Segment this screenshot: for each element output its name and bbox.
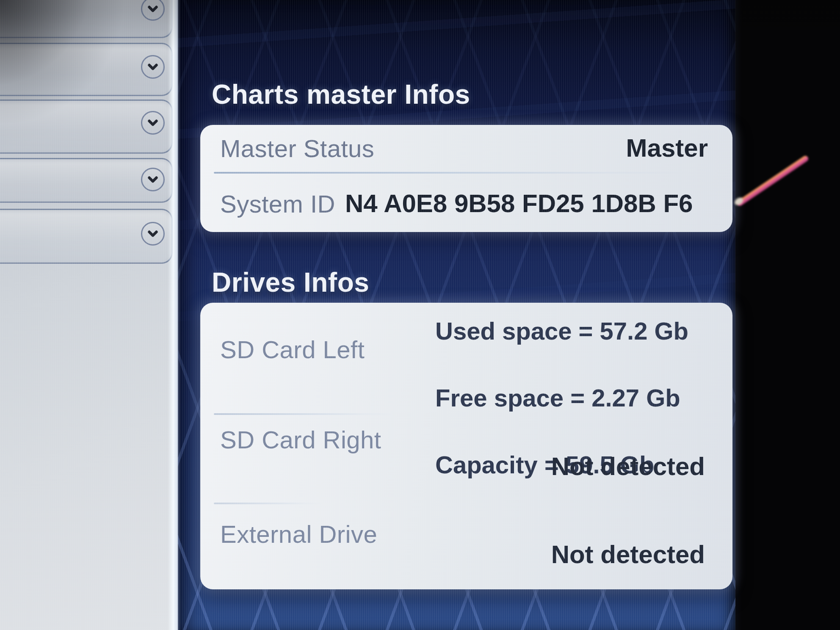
master-status-label: Master Status [220,134,374,163]
used-space-value: Used space = 57.2 Gb [435,317,688,345]
chevron-down-icon[interactable] [141,168,165,191]
chartplotter-screen-photo: Charts master Infos Master Status Master… [0,0,840,630]
row-divider [214,413,396,415]
section-title-drives-infos: Drives Infos [212,267,369,298]
accordion-row-2[interactable] [0,43,173,96]
system-id-value: N4 A0E8 9B58 FD25 1D8B F6 [345,189,693,218]
accordion-row-5[interactable] [0,209,173,264]
master-status-value: Master [626,133,708,163]
charts-master-info-card: Master Status Master System ID N4 A0E8 9… [200,125,732,232]
sd-card-left-label: SD Card Left [220,335,365,364]
section-title-charts-master-infos: Charts master Infos [212,79,470,110]
sd-card-right-status: Not detected [551,452,705,481]
sd-card-right-label: SD Card Right [220,426,381,454]
system-id-label: System ID [220,190,335,218]
chevron-down-icon[interactable] [141,222,165,246]
row-divider [214,503,324,504]
accordion-row-4[interactable] [0,158,173,203]
chevron-down-icon[interactable] [141,0,165,21]
row-divider [214,172,692,174]
external-drive-label: External Drive [220,520,377,548]
accordion-row-3[interactable] [0,99,173,154]
accordion-row-1[interactable] [0,0,173,38]
chevron-down-icon[interactable] [141,111,165,135]
left-accordion-panel [0,0,178,630]
drives-info-card: SD Card Left Used space = 57.2 Gb Free s… [200,303,732,589]
chevron-down-icon[interactable] [141,55,165,79]
screen-bezel [735,0,840,630]
free-space-value: Free space = 2.27 Gb [435,384,680,412]
external-drive-status: Not detected [551,540,705,569]
